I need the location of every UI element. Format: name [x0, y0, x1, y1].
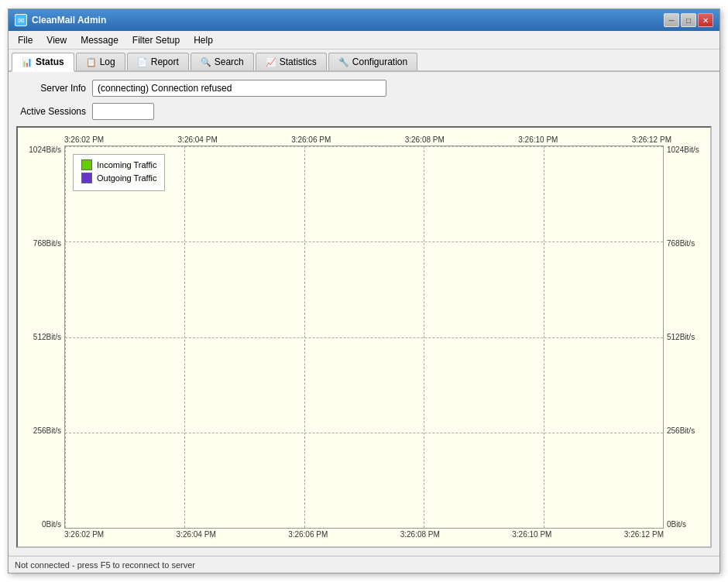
window-title: CleanMail Admin [32, 15, 106, 26]
active-sessions-label: Active Sessions [16, 106, 86, 117]
tab-statistics-label: Statistics [280, 56, 317, 67]
grid-h-2 [65, 337, 663, 338]
report-tab-icon: 📄 [137, 56, 148, 67]
chart-inner: Incoming Traffic Outgoing Traffic [64, 146, 664, 529]
legend-incoming: Incoming Traffic [81, 159, 156, 170]
grid-v-1 [184, 146, 185, 528]
tab-status[interactable]: 📊 Status [12, 53, 74, 72]
grid-h-1 [65, 241, 663, 242]
grid-h-4 [65, 528, 663, 529]
title-bar-left: ✉ CleanMail Admin [15, 14, 106, 26]
grid-h-3 [65, 433, 663, 433]
x-labels-bottom: 3:26:02 PM 3:26:04 PM 3:26:06 PM 3:26:08… [26, 529, 702, 539]
y-left-2: 512Bit/s [33, 333, 61, 341]
x-labels-top: 3:26:02 PM 3:26:04 PM 3:26:06 PM 3:26:08… [26, 135, 702, 144]
active-sessions-input[interactable] [92, 103, 154, 120]
tab-configuration-label: Configuration [352, 56, 407, 67]
x-top-label-5: 3:26:12 PM [632, 135, 671, 144]
active-sessions-row: Active Sessions [16, 103, 712, 120]
y-axis-right: 1024Bit/s 768Bit/s 512Bit/s 256Bit/s 0Bi… [664, 146, 702, 529]
log-tab-icon: 📋 [86, 56, 97, 67]
legend-outgoing: Outgoing Traffic [81, 173, 156, 183]
y-left-4: 0Bit/s [42, 520, 61, 529]
grid-v-3 [424, 146, 424, 528]
server-info-input[interactable] [92, 80, 386, 97]
y-right-3: 256Bit/s [667, 426, 695, 435]
tab-report[interactable]: 📄 Report [127, 53, 189, 70]
legend-outgoing-label: Outgoing Traffic [97, 173, 156, 183]
search-tab-icon: 🔍 [201, 56, 211, 67]
y-left-1: 768Bit/s [33, 239, 61, 248]
y-right-4: 0Bit/s [667, 520, 686, 529]
chart-wrapper: 3:26:02 PM 3:26:04 PM 3:26:06 PM 3:26:08… [26, 135, 702, 539]
close-button[interactable]: ✕ [698, 13, 713, 27]
content-area: Server Info Active Sessions 3:26:02 PM 3… [9, 72, 719, 556]
chart-container: 3:26:02 PM 3:26:04 PM 3:26:06 PM 3:26:08… [16, 126, 712, 548]
server-info-row: Server Info [16, 80, 712, 97]
tab-search-label: Search [215, 56, 244, 67]
configuration-tab-icon: 🔧 [338, 56, 349, 67]
title-controls: ─ □ ✕ [664, 13, 713, 27]
grid-v-2 [304, 146, 305, 528]
x-bottom-label-0: 3:26:02 PM [64, 530, 104, 539]
legend-outgoing-color [81, 173, 92, 183]
x-bottom-label-4: 3:26:10 PM [512, 530, 551, 539]
statistics-tab-icon: 📈 [266, 56, 276, 67]
y-right-1: 768Bit/s [667, 239, 695, 248]
tab-report-label: Report [151, 56, 179, 67]
grid-h-0 [65, 146, 663, 147]
x-top-label-2: 3:26:06 PM [291, 135, 331, 144]
tab-bar: 📊 Status 📋 Log 📄 Report 🔍 Search 📈 Stati… [9, 50, 719, 72]
grid-v-5 [663, 146, 664, 528]
x-bottom-label-2: 3:26:06 PM [288, 530, 328, 539]
menu-help[interactable]: Help [187, 33, 219, 47]
menu-view[interactable]: View [40, 33, 73, 47]
menu-bar: File View Message Filter Setup Help [9, 31, 719, 50]
x-top-label-1: 3:26:04 PM [178, 135, 218, 144]
server-info-label: Server Info [16, 83, 86, 94]
y-axis-left: 1024Bit/s 768Bit/s 512Bit/s 256Bit/s 0Bi… [26, 146, 64, 529]
title-bar: ✉ CleanMail Admin ─ □ ✕ [9, 9, 719, 31]
status-message: Not connected - press F5 to reconnect to… [15, 560, 195, 570]
tab-status-label: Status [36, 56, 64, 67]
grid-v-0 [65, 146, 66, 528]
status-bar: Not connected - press F5 to reconnect to… [9, 556, 719, 573]
chart-legend: Incoming Traffic Outgoing Traffic [73, 154, 165, 191]
legend-incoming-color [81, 159, 92, 170]
menu-file[interactable]: File [12, 33, 39, 47]
tab-configuration[interactable]: 🔧 Configuration [328, 53, 417, 70]
tab-log[interactable]: 📋 Log [76, 53, 125, 70]
grid-v-4 [544, 146, 544, 528]
app-icon: ✉ [15, 14, 27, 26]
tab-search[interactable]: 🔍 Search [191, 53, 254, 70]
minimize-button[interactable]: ─ [664, 13, 679, 27]
menu-message[interactable]: Message [74, 33, 125, 47]
y-left-3: 256Bit/s [33, 426, 61, 435]
x-top-label-4: 3:26:10 PM [518, 135, 558, 144]
menu-filter-setup[interactable]: Filter Setup [126, 33, 186, 47]
maximize-button[interactable]: □ [681, 13, 696, 27]
legend-incoming-label: Incoming Traffic [97, 160, 156, 169]
main-window: ✉ CleanMail Admin ─ □ ✕ File View Messag… [8, 9, 720, 573]
chart-body: 1024Bit/s 768Bit/s 512Bit/s 256Bit/s 0Bi… [26, 146, 702, 529]
y-right-2: 512Bit/s [667, 333, 695, 341]
status-tab-icon: 📊 [22, 56, 33, 67]
y-right-0: 1024Bit/s [667, 146, 699, 154]
x-top-label-3: 3:26:08 PM [405, 135, 445, 144]
x-bottom-label-3: 3:26:08 PM [400, 530, 440, 539]
tab-log-label: Log [100, 56, 115, 67]
tab-statistics[interactable]: 📈 Statistics [256, 53, 327, 70]
y-left-0: 1024Bit/s [29, 146, 61, 154]
x-bottom-label-1: 3:26:04 PM [177, 530, 216, 539]
x-top-label-0: 3:26:02 PM [64, 135, 104, 144]
x-bottom-label-5: 3:26:12 PM [624, 530, 664, 539]
